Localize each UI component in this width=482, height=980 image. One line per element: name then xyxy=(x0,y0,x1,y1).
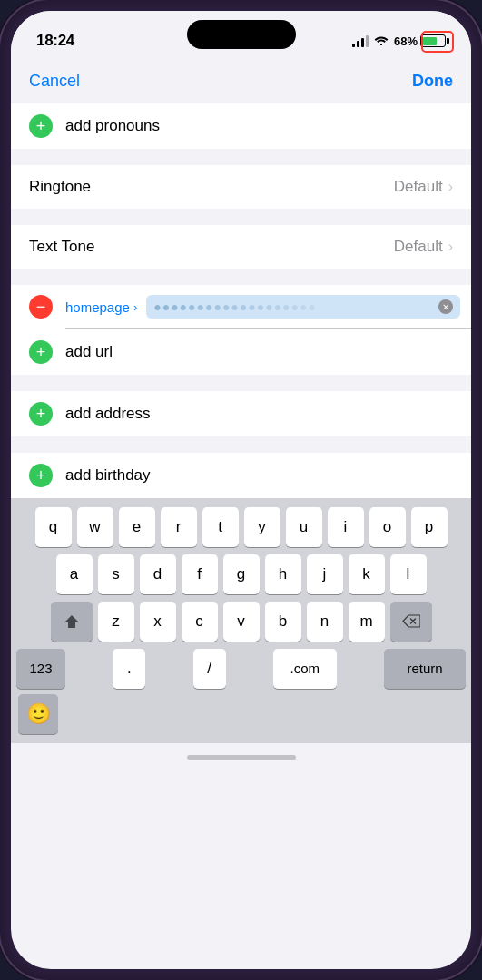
url-clear-button[interactable]: ✕ xyxy=(438,299,453,314)
url-section: − homepage › ●●●●●●●●●●●●●●●●●●● ✕ + add… xyxy=(11,285,471,375)
signal-icon xyxy=(352,34,369,47)
keyboard-bottom-row: 123 . / .com return xyxy=(15,649,467,689)
numbers-key[interactable]: 123 xyxy=(16,649,65,689)
key-n[interactable]: n xyxy=(307,602,343,642)
key-g[interactable]: g xyxy=(223,554,260,594)
key-l[interactable]: l xyxy=(390,554,427,594)
add-url-label: add url xyxy=(65,343,453,361)
add-url-row[interactable]: + add url xyxy=(11,329,471,375)
keyboard-row-3: z x c v b n m xyxy=(15,602,467,642)
key-o[interactable]: o xyxy=(369,507,406,547)
battery-indicator: 68% xyxy=(394,34,446,48)
battery-ring xyxy=(421,31,454,53)
add-pronouns-label: add pronouns xyxy=(65,117,453,135)
emoji-button[interactable]: 🙂 xyxy=(18,694,58,734)
content-area: + add pronouns Ringtone Default › Text T… xyxy=(11,103,471,969)
key-r[interactable]: r xyxy=(161,507,197,547)
dynamic-island xyxy=(187,20,296,49)
homepage-chevron-icon: › xyxy=(133,300,137,314)
emoji-row: 🙂 xyxy=(15,689,467,736)
add-address-row[interactable]: + add address xyxy=(11,391,471,436)
keyboard-row-2: a s d f g h j k l xyxy=(15,554,467,594)
ringtone-label: Ringtone xyxy=(29,178,394,196)
cancel-button[interactable]: Cancel xyxy=(29,72,80,91)
key-t[interactable]: t xyxy=(202,507,239,547)
gap-4 xyxy=(11,375,471,391)
key-i[interactable]: i xyxy=(328,507,364,547)
key-k[interactable]: k xyxy=(349,554,385,594)
key-v[interactable]: v xyxy=(223,602,260,642)
text-tone-value: Default xyxy=(394,238,443,256)
text-tone-row[interactable]: Text Tone Default › xyxy=(11,225,471,269)
key-h[interactable]: h xyxy=(265,554,301,594)
add-address-label: add address xyxy=(65,405,453,423)
pronouns-section: + add pronouns xyxy=(11,103,471,149)
add-birthday-label: add birthday xyxy=(65,466,453,485)
birthday-section: + add birthday xyxy=(11,453,471,498)
dotcom-key[interactable]: .com xyxy=(273,649,337,689)
ringtone-row[interactable]: Ringtone Default › xyxy=(11,165,471,209)
done-button[interactable]: Done xyxy=(412,72,453,90)
ringtone-value: Default xyxy=(394,178,443,196)
add-birthday-row[interactable]: + add birthday xyxy=(11,453,471,498)
homepage-field-label[interactable]: homepage xyxy=(65,299,130,315)
text-tone-chevron-icon: › xyxy=(448,239,453,255)
phone-shell: 18:24 68% xyxy=(0,0,482,980)
key-y[interactable]: y xyxy=(244,507,280,547)
text-tone-section: Text Tone Default › xyxy=(11,225,471,269)
keyboard: q w e r t y u i o p a s d f g xyxy=(11,498,471,743)
shift-key[interactable] xyxy=(51,602,93,642)
key-c[interactable]: c xyxy=(182,602,218,642)
slash-key[interactable]: / xyxy=(193,649,226,689)
battery-box xyxy=(420,34,446,47)
add-pronouns-row[interactable]: + add pronouns xyxy=(11,103,471,149)
gap-5 xyxy=(11,436,471,453)
done-button-container[interactable]: Done xyxy=(412,72,453,91)
status-bar: 18:24 68% xyxy=(11,11,471,58)
nav-bar: Cancel Done xyxy=(11,58,471,103)
url-input-field[interactable]: ●●●●●●●●●●●●●●●●●●● ✕ xyxy=(146,295,460,318)
key-q[interactable]: q xyxy=(35,507,72,547)
key-s[interactable]: s xyxy=(98,554,134,594)
remove-homepage-button[interactable]: − xyxy=(29,295,53,318)
url-value: ●●●●●●●●●●●●●●●●●●● xyxy=(153,299,433,314)
add-pronouns-icon: + xyxy=(29,114,53,138)
status-icons: 68% xyxy=(352,34,446,48)
key-w[interactable]: w xyxy=(77,507,113,547)
keyboard-row-1: q w e r t y u i o p xyxy=(15,507,467,547)
status-time: 18:24 xyxy=(36,32,74,50)
key-x[interactable]: x xyxy=(140,602,176,642)
delete-key[interactable] xyxy=(390,602,432,642)
key-f[interactable]: f xyxy=(182,554,218,594)
address-section: + add address xyxy=(11,391,471,436)
add-url-icon: + xyxy=(29,340,53,364)
wifi-icon xyxy=(374,34,389,48)
ringtone-section: Ringtone Default › xyxy=(11,165,471,209)
battery-percent: 68% xyxy=(394,34,418,48)
screen: 18:24 68% xyxy=(11,11,471,969)
text-tone-label: Text Tone xyxy=(29,238,394,256)
key-m[interactable]: m xyxy=(349,602,385,642)
add-address-icon: + xyxy=(29,402,53,426)
key-j[interactable]: j xyxy=(307,554,343,594)
gap-1 xyxy=(11,149,471,165)
key-a[interactable]: a xyxy=(56,554,93,594)
gap-3 xyxy=(11,269,471,285)
key-z[interactable]: z xyxy=(98,602,134,642)
add-birthday-icon: + xyxy=(29,464,53,487)
key-b[interactable]: b xyxy=(265,602,301,642)
key-p[interactable]: p xyxy=(411,507,448,547)
home-bar xyxy=(11,743,471,772)
key-d[interactable]: d xyxy=(140,554,176,594)
homepage-row[interactable]: − homepage › ●●●●●●●●●●●●●●●●●●● ✕ xyxy=(11,285,471,328)
ringtone-chevron-icon: › xyxy=(448,179,453,195)
period-key[interactable]: . xyxy=(113,649,145,689)
gap-2 xyxy=(11,209,471,225)
key-e[interactable]: e xyxy=(119,507,155,547)
return-key[interactable]: return xyxy=(384,649,466,689)
key-u[interactable]: u xyxy=(286,507,322,547)
home-indicator xyxy=(187,755,296,760)
